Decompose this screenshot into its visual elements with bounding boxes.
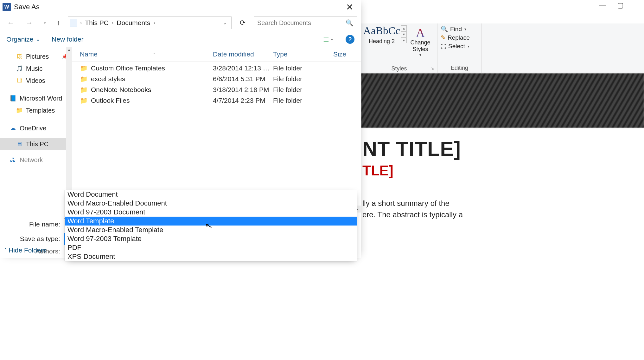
- search-input[interactable]: Search Documents 🔍: [254, 16, 357, 29]
- search-placeholder: Search Documents: [257, 19, 311, 27]
- bg-maximize-button[interactable]: ▢: [617, 1, 624, 10]
- nav-history-dropdown[interactable]: ▾: [41, 19, 49, 27]
- save-type-option[interactable]: XPS Document: [65, 252, 357, 261]
- change-styles-label: Change Styles: [407, 39, 434, 53]
- document-preview: NT TITLE] TLE] lly a short summary of th…: [361, 73, 644, 360]
- style-heading2[interactable]: AaBbCc Heading 2: [364, 25, 399, 45]
- save-type-option[interactable]: PDF: [65, 243, 357, 252]
- save-type-option[interactable]: Word Document: [65, 190, 357, 199]
- new-folder-button[interactable]: New folder: [52, 36, 83, 43]
- word-icon: 📘: [10, 95, 16, 101]
- find-button[interactable]: 🔍 Find ▾: [441, 25, 478, 33]
- search-icon[interactable]: 🔍: [346, 19, 354, 27]
- file-date: 3/18/2014 2:18 PM: [213, 86, 273, 94]
- file-row[interactable]: 📁excel styles6/6/2014 5:31 PMFile folder: [80, 74, 361, 84]
- address-bar[interactable]: › This PC › Documents › ⌄: [68, 16, 232, 29]
- nav-pictures-label: Pictures: [26, 53, 49, 60]
- nav-msword-label: Microsoft Word: [20, 95, 62, 102]
- network-icon: 🖧: [10, 157, 16, 163]
- file-type: File folder: [273, 64, 333, 72]
- hide-folders-button[interactable]: ˄ Hide Folders: [0, 242, 65, 258]
- file-name-label: File name:: [4, 220, 64, 228]
- breadcrumb-sep-icon[interactable]: ›: [152, 20, 157, 26]
- col-name[interactable]: Name ˄: [80, 50, 213, 58]
- nav-music[interactable]: 🎵 Music: [6, 62, 72, 75]
- gallery-down-icon[interactable]: ▾: [401, 31, 407, 37]
- file-row[interactable]: 📁Custom Office Templates3/28/2014 12:13 …: [80, 63, 361, 74]
- replace-label: Replace: [448, 34, 470, 41]
- breadcrumb-sep-icon[interactable]: ›: [78, 20, 84, 26]
- select-button[interactable]: ⬚ Select ▾: [441, 43, 478, 50]
- doc-title-fragment: NT TITLE]: [362, 137, 644, 161]
- dialog-toolbar: Organize ▾ New folder ☰ ▾ ?: [0, 32, 361, 47]
- file-name: OneNote Notebooks: [91, 86, 151, 94]
- nav-scrollbar[interactable]: ▴ ▾: [66, 47, 72, 213]
- pictures-icon: 🖼: [16, 53, 23, 60]
- organize-caret-icon: ▾: [37, 38, 39, 43]
- dialog-titlebar: W Save As ✕: [0, 0, 361, 14]
- nav-videos[interactable]: 🎞 Videos: [6, 75, 72, 87]
- nav-network[interactable]: 🖧 Network: [6, 154, 72, 166]
- nav-forward-button[interactable]: →: [22, 17, 36, 29]
- nav-pictures[interactable]: 🖼 Pictures 📌: [6, 50, 72, 62]
- select-dropdown-icon[interactable]: ▾: [468, 44, 469, 49]
- nav-network-label: Network: [20, 156, 43, 164]
- file-list[interactable]: 📁Custom Office Templates3/28/2014 12:13 …: [72, 62, 361, 206]
- nav-onedrive[interactable]: ☁ OneDrive: [6, 122, 72, 134]
- nav-msword[interactable]: 📘 Microsoft Word: [6, 92, 72, 104]
- scroll-up-icon[interactable]: ▴: [68, 47, 70, 54]
- gallery-more-icon[interactable]: ▾: [401, 37, 407, 43]
- col-name-label: Name: [80, 50, 98, 58]
- organize-label: Organize: [6, 36, 33, 43]
- replace-icon: ✎: [441, 34, 446, 41]
- breadcrumb-documents[interactable]: Documents: [117, 19, 150, 27]
- gallery-up-icon[interactable]: ▴: [401, 25, 407, 31]
- change-styles-button[interactable]: A Change Styles ▾: [407, 25, 434, 57]
- editing-group-label: Editing: [441, 65, 478, 71]
- nav-music-label: Music: [26, 65, 42, 72]
- folder-icon: 📁: [80, 97, 88, 104]
- find-dropdown-icon[interactable]: ▾: [464, 27, 466, 31]
- dialog-title: Save As: [14, 3, 40, 11]
- file-date: 4/7/2014 2:23 PM: [213, 97, 273, 104]
- save-type-option[interactable]: Word Macro-Enabled Document: [65, 199, 357, 208]
- breadcrumb-sep-icon[interactable]: ›: [110, 20, 115, 26]
- col-size[interactable]: Size: [333, 50, 355, 58]
- help-button[interactable]: ?: [346, 35, 354, 44]
- music-icon: 🎵: [16, 65, 23, 72]
- col-date[interactable]: Date modified: [213, 50, 273, 58]
- location-icon: [70, 19, 77, 27]
- nav-up-button[interactable]: ↑: [54, 17, 63, 28]
- dialog-close-button[interactable]: ✕: [341, 1, 358, 13]
- view-options-button[interactable]: ☰ ▾: [323, 36, 333, 43]
- bg-minimize-button[interactable]: —: [599, 1, 606, 10]
- organize-menu[interactable]: Organize ▾: [6, 36, 39, 43]
- nav-thispc[interactable]: 🖥 This PC: [0, 138, 72, 150]
- doc-subtitle-fragment: TLE]: [362, 163, 644, 179]
- nav-thispc-label: This PC: [26, 141, 48, 148]
- folder-icon: 📁: [16, 107, 23, 114]
- nav-back-button[interactable]: ←: [4, 17, 18, 29]
- nav-videos-label: Videos: [26, 77, 45, 84]
- refresh-button[interactable]: ⟳: [236, 17, 249, 28]
- document-header-image: [361, 73, 644, 128]
- breadcrumb-thispc[interactable]: This PC: [85, 19, 109, 27]
- save-type-option[interactable]: Word 97-2003 Template: [65, 234, 357, 243]
- file-name: Custom Office Templates: [91, 64, 165, 72]
- address-dropdown-icon[interactable]: ⌄: [220, 20, 229, 25]
- column-headers[interactable]: Name ˄ Date modified Type Size: [72, 47, 361, 62]
- nav-templates[interactable]: 📁 Templates: [6, 104, 72, 116]
- save-type-option[interactable]: Word 97-2003 Document: [65, 208, 357, 217]
- view-caret-icon: ▾: [331, 37, 333, 42]
- replace-button[interactable]: ✎ Replace: [441, 34, 478, 41]
- chevron-up-icon: ˄: [4, 248, 7, 253]
- file-row[interactable]: 📁OneNote Notebooks3/18/2014 2:18 PMFile …: [80, 84, 361, 95]
- col-type[interactable]: Type: [273, 50, 333, 58]
- file-date: 3/28/2014 12:13 …: [213, 64, 273, 72]
- videos-icon: 🎞: [16, 77, 23, 84]
- file-type: File folder: [273, 97, 333, 104]
- onedrive-icon: ☁: [10, 125, 16, 131]
- style-gallery-arrows[interactable]: ▴ ▾ ▾: [401, 25, 407, 43]
- file-row[interactable]: 📁Outlook Files4/7/2014 2:23 PMFile folde…: [80, 95, 361, 106]
- styles-group-label: Styles: [361, 65, 437, 72]
